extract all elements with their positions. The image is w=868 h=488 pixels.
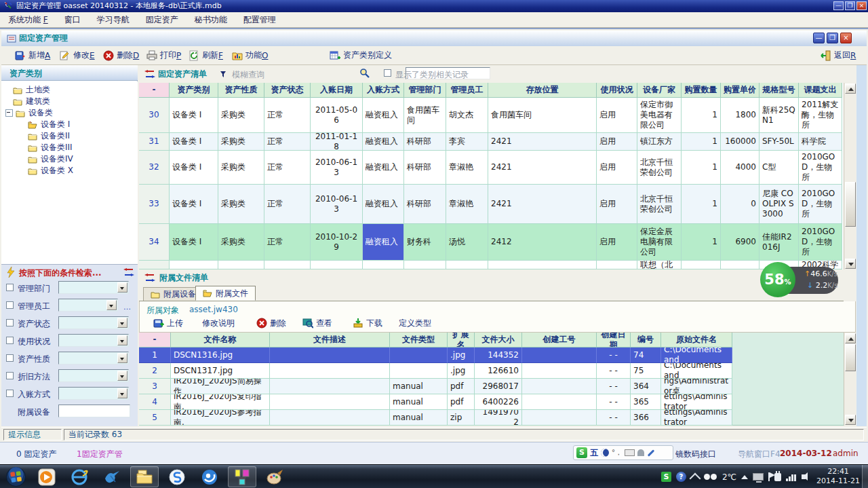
cell[interactable]: 正常 [264, 185, 311, 224]
cell[interactable]: 126610 [475, 363, 522, 379]
cell[interactable]: 科研部 [404, 185, 446, 224]
header-cell[interactable]: 管理部门 [404, 83, 446, 98]
ime-mode[interactable]: 五 [590, 447, 598, 459]
tree-item-1[interactable]: 土地类 [1, 84, 138, 96]
search-icon[interactable] [359, 68, 370, 79]
cell[interactable] [270, 410, 390, 426]
filter-checkbox[interactable] [6, 354, 14, 362]
cell[interactable]: 1 [682, 185, 721, 224]
taskbar-palette-button[interactable] [260, 466, 289, 487]
scrollbar-thumb[interactable] [845, 344, 856, 371]
cell[interactable]: ngs\Administrator桌 [661, 379, 732, 394]
signal-icon[interactable] [786, 473, 797, 481]
cell[interactable] [170, 261, 218, 269]
cell[interactable]: 366 [631, 410, 661, 426]
资产性质-combo[interactable] [58, 352, 129, 364]
menu-item-1[interactable]: 系统功能 F [0, 13, 56, 27]
cell[interactable]: .jpg [448, 363, 475, 379]
chevron-down-icon[interactable] [117, 371, 127, 381]
header-cell[interactable]: 文件描述 [270, 333, 390, 348]
cell[interactable]: 2421 [488, 185, 597, 224]
header-cell[interactable]: 购置数量 [682, 83, 721, 98]
filter-checkbox[interactable] [6, 301, 14, 309]
cell[interactable]: 160000 [721, 133, 760, 151]
cell[interactable]: 设备类 I [170, 185, 218, 224]
header-cell[interactable]: 规格型号 [760, 83, 799, 98]
swap-icon[interactable] [144, 272, 155, 283]
wrench-icon[interactable] [648, 449, 655, 457]
memory-ball[interactable]: 58% [760, 262, 795, 297]
cell[interactable]: manual [390, 410, 448, 426]
filter-checkbox[interactable] [6, 337, 14, 344]
管理员工-combo[interactable] [58, 299, 118, 312]
moon-icon[interactable] [601, 449, 609, 457]
cell[interactable]: 4000 [721, 151, 760, 185]
cell[interactable]: 新科25QN1 [760, 98, 799, 133]
cell[interactable]: 1 [682, 133, 721, 151]
cell[interactable]: 2421 [488, 133, 597, 151]
cell[interactable]: pdf [448, 379, 475, 394]
cell[interactable]: 34 [139, 224, 170, 261]
taskbar-browser-button[interactable] [195, 466, 224, 487]
cell[interactable]: iR2016J_2020JS复印指南. [171, 394, 270, 410]
back-button[interactable]: 返回R [818, 48, 859, 62]
cell[interactable]: 75 [631, 363, 661, 379]
cell[interactable]: .jpg [448, 348, 475, 363]
tree-item-7[interactable]: 设备类IV [1, 153, 138, 165]
cell[interactable]: 30 [139, 98, 170, 133]
cell[interactable]: 6900 [721, 224, 760, 261]
cell[interactable]: 2010GOD，生物所 [799, 224, 842, 261]
cell[interactable]: 融资租入 [363, 98, 404, 133]
cell[interactable]: 李宾 [446, 133, 488, 151]
cell[interactable]: 北京千恒荣创公司 [637, 185, 682, 224]
swap-icon[interactable] [144, 69, 155, 79]
taskbar-bird-button[interactable] [98, 466, 126, 487]
cell[interactable] [270, 363, 390, 379]
cell[interactable]: 胡文杰 [446, 98, 488, 133]
cell[interactable]: 1 [139, 348, 171, 363]
header-cell[interactable]: 设备厂家 [637, 83, 682, 98]
使用状况-combo[interactable] [58, 334, 129, 347]
taskbar-ie-button[interactable] [65, 466, 94, 487]
cell[interactable]: 2010GOD，生物所 [799, 151, 842, 185]
text-attach-button[interactable]: 定义类型 [399, 316, 431, 330]
uparrow-icon[interactable] [741, 475, 748, 479]
cell[interactable]: 尼康 COOLPIX S3000 [760, 185, 799, 224]
power-icon[interactable] [774, 473, 781, 481]
filter-checkbox[interactable] [6, 284, 14, 291]
toolbar-edit-button[interactable]: 修改E [57, 48, 98, 62]
管理部门-combo[interactable] [58, 281, 129, 294]
cell[interactable]: - - [597, 410, 631, 426]
tree-item-3[interactable]: 设备类 [1, 107, 138, 119]
scrollbar-thumb[interactable] [845, 182, 856, 227]
header-cell[interactable]: 管理员工 [446, 83, 488, 98]
折旧方法-combo[interactable] [58, 369, 129, 382]
collapse-icon[interactable] [5, 109, 13, 117]
taskitem-1[interactable]: 1固定资产管 [77, 449, 123, 460]
cell[interactable]: 保定金辰电脑有限公司 [637, 224, 682, 261]
cell[interactable] [682, 261, 721, 269]
close-icon[interactable]: × [856, 1, 867, 10]
header-cell[interactable]: 原始文件名 [661, 333, 732, 348]
cell[interactable]: 融资租入 [363, 185, 404, 224]
header-cell[interactable]: 创建工号 [522, 333, 597, 348]
header-cell[interactable]: 入账方式 [363, 83, 404, 98]
cell[interactable]: 2010-06-13 [311, 151, 363, 185]
cell[interactable]: 保定市御美电器有限公司 [637, 98, 682, 133]
cell[interactable]: 1800 [721, 98, 760, 133]
text-attach-button[interactable]: 修改说明 [202, 316, 235, 330]
tree-item-2[interactable]: 建筑类 [1, 96, 138, 107]
cell[interactable] [597, 261, 637, 269]
taskitem-0[interactable]: 0 固定资产 [16, 449, 56, 460]
cell[interactable]: 采购类 [218, 98, 264, 133]
chevron-down-icon[interactable] [106, 300, 117, 310]
header-cell[interactable]: 资产性质 [218, 83, 264, 98]
cell[interactable]: 14919702 [475, 410, 522, 426]
asset-class-define-button[interactable]: 资产类别定义 [327, 48, 395, 62]
cell[interactable] [363, 261, 404, 269]
cell[interactable]: 采购类 [218, 151, 264, 185]
cell[interactable]: 融资租入 [363, 133, 404, 151]
cell[interactable]: 0 [721, 185, 760, 224]
cell[interactable]: 2011解支酶，生物所 [799, 98, 842, 133]
cell[interactable]: 31 [139, 133, 170, 151]
